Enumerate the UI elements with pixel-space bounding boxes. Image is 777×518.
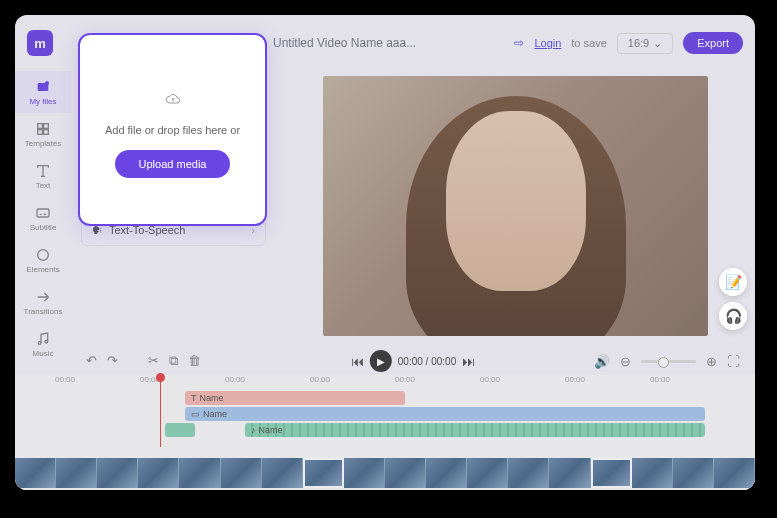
notes-tool-icon[interactable]: 📝 <box>719 268 747 296</box>
drop-text: Add file or drop files here or <box>105 124 240 136</box>
support-icon[interactable]: 🎧 <box>719 302 747 330</box>
upload-popup: Add file or drop files here or Upload me… <box>78 33 267 226</box>
cloud-upload-icon <box>165 82 181 114</box>
upload-media-button[interactable]: Upload media <box>115 150 231 178</box>
